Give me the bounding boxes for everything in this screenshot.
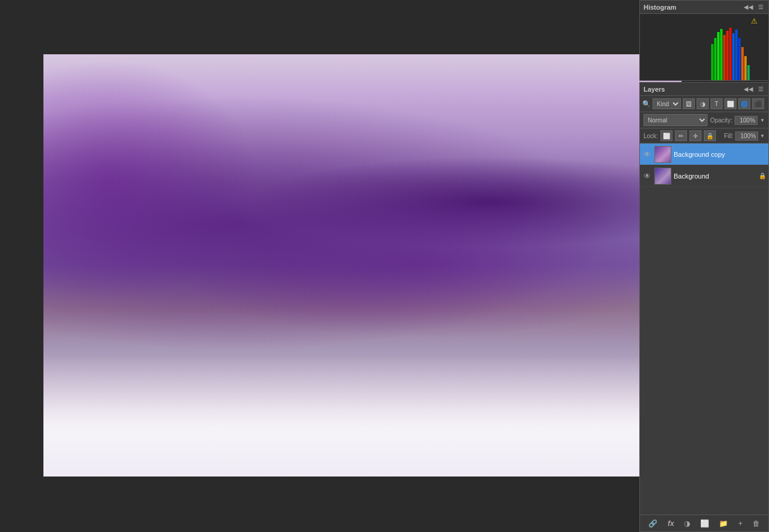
- layer-thumbnail-background: [654, 168, 671, 185]
- histogram-menu-btn[interactable]: ☰: [757, 4, 765, 10]
- histogram-content: ⚠: [640, 14, 768, 80]
- layer-name-background: Background: [674, 173, 756, 180]
- histogram-panel-header: Histogram ◀◀ ☰: [640, 1, 768, 14]
- svg-rect-5: [726, 31, 729, 80]
- svg-rect-1: [714, 38, 717, 80]
- layers-panel: Layers ◀◀ ☰ 🔍 Kind 🖼 ◑ T ⬜ 🌀 ⬛ Normal Op…: [639, 82, 769, 532]
- group-button[interactable]: 📁: [717, 519, 730, 528]
- layer-filter-img-btn[interactable]: 🖼: [683, 98, 695, 109]
- histogram-title: Histogram: [644, 4, 676, 11]
- layer-visibility-background[interactable]: 👁: [642, 172, 652, 180]
- layer-thumb-img-background-copy: [655, 147, 671, 162]
- lock-all-btn[interactable]: 🔒: [704, 130, 716, 141]
- fill-area: Fill: ▼: [724, 131, 765, 141]
- histogram-panel: Histogram ◀◀ ☰ ⚠: [639, 0, 769, 81]
- layer-filter-shape-btn[interactable]: ⬜: [724, 98, 736, 109]
- svg-rect-9: [738, 38, 741, 80]
- histogram-graph: [708, 26, 756, 80]
- canvas-image: [43, 54, 682, 477]
- layers-controls: ◀◀ ☰: [742, 86, 765, 92]
- fill-arrow[interactable]: ▼: [760, 133, 765, 139]
- svg-rect-7: [732, 33, 735, 80]
- svg-rect-0: [711, 44, 714, 80]
- layers-title: Layers: [644, 86, 665, 93]
- svg-rect-10: [741, 47, 744, 80]
- layer-filter-adj-btn[interactable]: ◑: [697, 98, 709, 109]
- new-layer-button[interactable]: +: [736, 519, 744, 528]
- fill-input[interactable]: [735, 131, 758, 141]
- svg-rect-3: [720, 29, 723, 80]
- layers-menu-btn[interactable]: ☰: [757, 86, 765, 92]
- mask-button[interactable]: ⬜: [698, 519, 711, 528]
- adjustment-button[interactable]: ◑: [682, 519, 692, 528]
- histogram-controls: ◀◀ ☰: [742, 4, 765, 10]
- layers-panel-header: Layers ◀◀ ☰: [640, 83, 768, 96]
- layers-bottom-toolbar: 🔗 fx ◑ ⬜ 📁 + 🗑: [640, 515, 768, 531]
- svg-rect-4: [723, 35, 726, 80]
- histogram-svg: [708, 26, 756, 80]
- layer-item-background-copy[interactable]: 👁 Background copy: [640, 144, 768, 165]
- canvas-background: [43, 54, 682, 477]
- fx-button[interactable]: fx: [666, 519, 676, 528]
- layer-item-background[interactable]: 👁 Background 🔒: [640, 165, 768, 187]
- opacity-arrow[interactable]: ▼: [760, 118, 765, 123]
- layer-filter-type-btn[interactable]: T: [710, 98, 723, 109]
- lock-fill-row: Lock: ⬜ ✏ ✛ 🔒 Fill: ▼: [640, 128, 768, 144]
- snow-overlay: [43, 356, 682, 477]
- blend-mode-select[interactable]: Normal: [644, 114, 707, 126]
- lock-label: Lock:: [644, 133, 658, 139]
- histogram-warning-icon: ⚠: [751, 17, 758, 25]
- svg-rect-12: [747, 65, 750, 80]
- lock-image-btn[interactable]: ✏: [675, 130, 687, 141]
- opacity-label: Opacity:: [710, 117, 732, 124]
- panels-container: Histogram ◀◀ ☰ ⚠: [639, 0, 769, 532]
- opacity-input[interactable]: [735, 116, 758, 125]
- layer-visibility-background-copy[interactable]: 👁: [642, 150, 652, 159]
- lock-transparent-btn[interactable]: ⬜: [660, 130, 672, 141]
- layer-thumbnail-background-copy: [654, 146, 671, 163]
- lock-position-btn[interactable]: ✛: [689, 130, 701, 141]
- layers-list: 👁 Background copy 👁 Background 🔒: [640, 144, 768, 515]
- layer-thumb-img-background: [655, 168, 671, 184]
- search-icon: 🔍: [642, 100, 651, 108]
- layers-collapse-btn[interactable]: ◀◀: [742, 86, 755, 92]
- svg-rect-11: [744, 56, 747, 80]
- delete-layer-button[interactable]: 🗑: [751, 519, 762, 528]
- histogram-collapse-btn[interactable]: ◀◀: [742, 4, 755, 10]
- fill-label: Fill:: [724, 133, 734, 139]
- link-button[interactable]: 🔗: [647, 519, 659, 528]
- layers-toolbar: 🔍 Kind 🖼 ◑ T ⬜ 🌀 ⬛: [640, 96, 768, 112]
- layer-filter-toggle-btn[interactable]: ⬛: [752, 98, 764, 109]
- blend-opacity-row: Normal Opacity: ▼: [640, 112, 768, 128]
- svg-rect-2: [717, 32, 720, 80]
- svg-rect-8: [735, 30, 738, 80]
- kind-select[interactable]: Kind: [653, 98, 681, 109]
- svg-rect-6: [729, 28, 732, 80]
- layer-filter-smart-btn[interactable]: 🌀: [738, 98, 750, 109]
- layer-name-background-copy: Background copy: [674, 151, 766, 158]
- layer-lock-icon-background: 🔒: [759, 173, 766, 179]
